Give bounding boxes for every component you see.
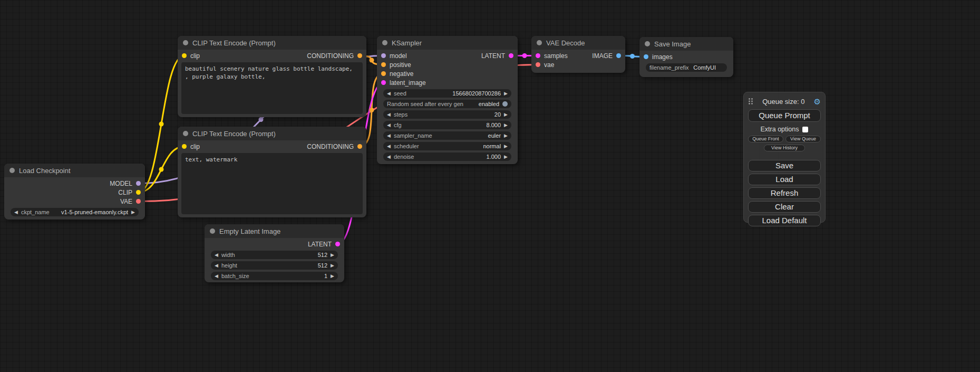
widget-left-arrow-icon[interactable]: ◀: [14, 210, 18, 215]
widget-right-arrow-icon[interactable]: ▶: [504, 133, 508, 138]
widget-right-arrow-icon[interactable]: ▶: [504, 155, 508, 159]
slot-list: clip CONDITIONING: [178, 140, 366, 151]
denoise-widget[interactable]: ◀ denoise 1.000 ▶: [383, 152, 511, 161]
collapse-dot-icon[interactable]: [183, 40, 188, 45]
widget-left-arrow-icon[interactable]: ◀: [387, 123, 391, 128]
slot-label: IMAGE: [592, 52, 613, 60]
node-titlebar[interactable]: KSampler: [377, 36, 518, 50]
extra-options-row: Extra options: [748, 126, 821, 133]
widget-value: 1.000: [487, 154, 501, 160]
widget-left-arrow-icon[interactable]: ◀: [215, 253, 218, 257]
node-save-image[interactable]: Save Image images filename_prefix ComfyU…: [639, 37, 733, 77]
prompt-textarea[interactable]: text, watermark: [181, 153, 363, 214]
node-ksampler[interactable]: KSampler model LATENT positive: [377, 36, 518, 164]
width-widget[interactable]: ◀ width 512 ▶: [211, 251, 338, 259]
input-dot-negative[interactable]: [381, 71, 386, 76]
widget-value: 156680208700286: [452, 90, 501, 97]
clear-button[interactable]: Clear: [748, 201, 821, 213]
output-dot-conditioning[interactable]: [357, 144, 362, 149]
queue-prompt-button[interactable]: Queue Prompt: [748, 109, 821, 122]
ckpt-name-widget[interactable]: ◀ ckpt_name v1-5-pruned-emaonly.ckpt ▶: [11, 208, 139, 216]
collapse-dot-icon[interactable]: [210, 228, 215, 234]
widget-right-arrow-icon[interactable]: ▶: [504, 91, 508, 96]
node-titlebar[interactable]: Empty Latent Image: [205, 224, 344, 238]
node-empty-latent-image[interactable]: Empty Latent Image LATENT ◀ width 512 ▶ …: [205, 224, 344, 282]
widget-label: sampler_name: [394, 132, 432, 139]
collapse-dot-icon[interactable]: [382, 40, 387, 45]
output-slot-model: MODEL: [110, 180, 141, 187]
load-default-button[interactable]: Load Default: [748, 215, 821, 226]
input-dot-samples[interactable]: [536, 53, 540, 58]
seed-widget[interactable]: ◀ seed 156680208700286 ▶: [383, 89, 511, 98]
output-dot-latent[interactable]: [335, 242, 340, 246]
view-history-button[interactable]: View History: [764, 145, 805, 151]
input-dot-clip[interactable]: [182, 53, 187, 58]
node-titlebar[interactable]: VAE Decode: [531, 36, 625, 50]
node-titlebar[interactable]: Save Image: [639, 37, 733, 51]
save-button[interactable]: Save: [748, 160, 821, 171]
steps-widget[interactable]: ◀ steps 20 ▶: [383, 110, 511, 119]
cfg-widget[interactable]: ◀ cfg 8.000 ▶: [383, 121, 511, 129]
node-titlebar[interactable]: Load Checkpoint: [4, 164, 145, 177]
widget-left-arrow-icon[interactable]: ◀: [387, 112, 391, 117]
output-dot-latent[interactable]: [509, 53, 513, 58]
collapse-dot-icon[interactable]: [9, 168, 15, 173]
widget-right-arrow-icon[interactable]: ▶: [131, 210, 135, 215]
widget-left-arrow-icon[interactable]: ◀: [215, 274, 218, 279]
widget-right-arrow-icon[interactable]: ▶: [331, 263, 334, 268]
node-clip-text-encode-negative[interactable]: CLIP Text Encode (Prompt) clip CONDITION…: [178, 127, 366, 217]
queue-front-button[interactable]: Queue Front: [748, 136, 783, 142]
drag-handle-icon[interactable]: [748, 98, 753, 105]
input-slot-images: images: [644, 53, 673, 61]
output-dot-model[interactable]: [136, 181, 141, 186]
widget-right-arrow-icon[interactable]: ▶: [504, 112, 508, 117]
node-clip-text-encode-positive[interactable]: CLIP Text Encode (Prompt) clip CONDITION…: [178, 36, 366, 117]
slot-label: MODEL: [110, 180, 132, 187]
load-button[interactable]: Load: [748, 174, 821, 185]
widget-left-arrow-icon[interactable]: ◀: [387, 144, 391, 149]
filename-prefix-widget[interactable]: filename_prefix ComfyUI: [646, 63, 727, 72]
input-dot-clip[interactable]: [182, 144, 187, 149]
widget-right-arrow-icon[interactable]: ▶: [331, 274, 334, 279]
view-queue-button[interactable]: View Queue: [785, 136, 821, 142]
input-dot-model[interactable]: [381, 53, 386, 58]
sampler-name-widget[interactable]: ◀ sampler_name euler ▶: [383, 131, 511, 140]
widget-value: 8.000: [487, 122, 501, 128]
refresh-button[interactable]: Refresh: [748, 187, 821, 199]
random-seed-toggle-widget[interactable]: Random seed after every gen enabled: [383, 100, 511, 108]
slot-list: images: [639, 51, 733, 61]
node-graph-canvas[interactable]: Load Checkpoint MODEL CLIP VAE: [0, 0, 980, 372]
output-dot-clip[interactable]: [136, 190, 141, 195]
output-dot-conditioning[interactable]: [357, 53, 362, 58]
input-dot-latent-image[interactable]: [381, 80, 386, 85]
widget-left-arrow-icon[interactable]: ◀: [387, 155, 391, 159]
node-titlebar[interactable]: CLIP Text Encode (Prompt): [178, 36, 366, 50]
widget-left-arrow-icon[interactable]: ◀: [387, 91, 391, 96]
input-slot-vae: vae: [536, 61, 554, 69]
height-widget[interactable]: ◀ height 512 ▶: [211, 261, 338, 270]
widget-left-arrow-icon[interactable]: ◀: [387, 133, 391, 138]
batch-size-widget[interactable]: ◀ batch_size 1 ▶: [211, 272, 338, 280]
input-dot-positive[interactable]: [381, 62, 386, 67]
prompt-textarea[interactable]: beautiful scenery nature glass bottle la…: [181, 62, 363, 114]
widget-left-arrow-icon[interactable]: ◀: [215, 263, 218, 268]
output-dot-vae[interactable]: [136, 199, 141, 204]
collapse-dot-icon[interactable]: [645, 41, 650, 46]
collapse-dot-icon[interactable]: [183, 131, 188, 136]
widget-right-arrow-icon[interactable]: ▶: [504, 123, 508, 128]
scheduler-widget[interactable]: ◀ scheduler normal ▶: [383, 142, 511, 150]
toggle-knob-icon[interactable]: [502, 101, 508, 107]
node-vae-decode[interactable]: VAE Decode samples IMAGE vae: [531, 36, 625, 73]
widget-value: euler: [488, 132, 501, 139]
extra-options-checkbox[interactable]: [802, 127, 808, 132]
widget-right-arrow-icon[interactable]: ▶: [504, 144, 508, 149]
widget-right-arrow-icon[interactable]: ▶: [331, 253, 334, 257]
input-dot-vae[interactable]: [536, 62, 540, 67]
gear-icon[interactable]: ⚙: [814, 98, 821, 106]
collapse-dot-icon[interactable]: [537, 40, 542, 45]
node-load-checkpoint[interactable]: Load Checkpoint MODEL CLIP VAE: [4, 164, 145, 220]
input-dot-images[interactable]: [644, 54, 648, 59]
output-dot-image[interactable]: [616, 53, 621, 58]
slot-label: clip: [190, 143, 200, 150]
node-titlebar[interactable]: CLIP Text Encode (Prompt): [178, 127, 366, 140]
